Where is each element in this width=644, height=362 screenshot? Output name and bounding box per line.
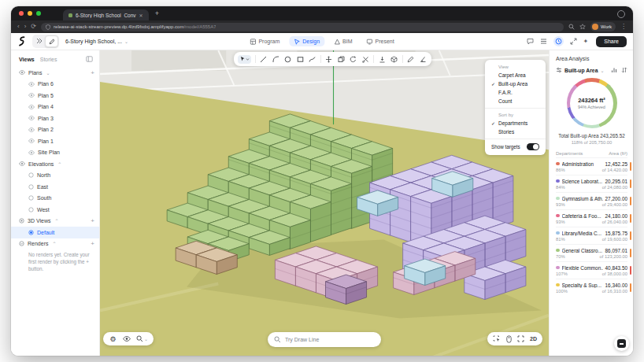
browser-profile-icon[interactable]	[617, 10, 625, 18]
menu-item-stories[interactable]: Stories	[485, 127, 546, 136]
orbit-mouse-icon[interactable]	[506, 335, 512, 343]
department-row[interactable]: Specialty & Sup...16,340.00 100%of 16,31…	[556, 279, 627, 296]
massing-model-3d-view[interactable]	[100, 50, 549, 356]
minimize-window-button[interactable]	[28, 11, 32, 16]
eye-icon[interactable]	[28, 105, 35, 109]
duplicate-tool[interactable]	[337, 55, 346, 64]
select-tool[interactable]	[238, 55, 251, 64]
menu-item-far[interactable]: F.A.R.	[485, 88, 546, 97]
eye-icon[interactable]	[28, 93, 35, 98]
view-circle-icon[interactable]	[28, 172, 34, 178]
department-row[interactable]: General Classro...86,097.01 70%of 123,20…	[556, 244, 627, 261]
menu-item-built-up-area[interactable]: ✓Built-up Area	[485, 79, 546, 88]
close-window-button[interactable]	[19, 11, 24, 16]
command-search-bar[interactable]: Try Draw Line	[268, 332, 381, 347]
sidebar-item-default-view[interactable]: Default	[11, 227, 99, 238]
rectangle-tool[interactable]	[296, 55, 305, 64]
department-row[interactable]: Gymnasium & Ath...27,200.00 93%of 29,400…	[556, 192, 627, 209]
frame-select-icon[interactable]	[493, 335, 501, 342]
sidebar-item-site-plan[interactable]: Site Plan	[11, 147, 99, 159]
toggle-2d-button[interactable]: 2D	[530, 336, 537, 342]
sidebar-item-east[interactable]: East	[11, 181, 99, 193]
url-field[interactable]: release-ai-stack-stream-preview.dp.4lzd9…	[41, 23, 564, 31]
history-icon[interactable]	[553, 36, 564, 46]
view-circle-icon[interactable]	[28, 195, 34, 201]
browser-profile-chip[interactable]: Work	[590, 22, 616, 31]
help-widget-button[interactable]	[614, 336, 629, 351]
metric-selector[interactable]: Built-up Area	[564, 68, 598, 73]
sidebar-section-3d-views[interactable]: 3D Views⌃ +	[11, 216, 99, 227]
eye-icon[interactable]	[19, 161, 25, 166]
forward-icon[interactable]: ›	[24, 24, 27, 30]
back-icon[interactable]: ‹	[17, 24, 20, 30]
view-circle-icon[interactable]	[19, 218, 24, 223]
share-button[interactable]: Share	[596, 36, 627, 47]
eye-icon[interactable]	[28, 82, 35, 87]
department-row[interactable]: Library/Media C...15,875.75 81%of 19,600…	[556, 227, 627, 244]
sidebar-item-plan-5[interactable]: Plan 5	[11, 90, 99, 102]
drop-tool[interactable]	[378, 55, 387, 64]
sidebar-item-plan-2[interactable]: Plan 2	[11, 124, 99, 136]
sidebar-section-plans[interactable]: Plans⌄ +	[11, 67, 99, 79]
tab-program[interactable]: Program	[245, 36, 284, 46]
pan-mode-button[interactable]	[33, 35, 45, 46]
eye-icon[interactable]	[28, 116, 35, 120]
gear-icon[interactable]: ⚙	[109, 334, 117, 343]
eye-icon[interactable]	[19, 70, 25, 75]
sidebar-item-west[interactable]: West	[11, 204, 99, 216]
eye-icon[interactable]	[28, 150, 35, 155]
browser-tab[interactable]: 6-Story High School_Conv ✕	[63, 9, 149, 20]
split-tool[interactable]	[361, 55, 370, 64]
department-row[interactable]: Science Laborat...20,295.01 84%of 24,080…	[556, 175, 627, 192]
pencil-tool[interactable]	[406, 55, 415, 64]
list-icon[interactable]	[540, 38, 547, 45]
move-tool[interactable]	[324, 55, 333, 64]
bookmark-star-icon[interactable]	[579, 24, 586, 30]
project-name[interactable]: 6-Story High School, ... ⌄	[65, 39, 128, 44]
menu-item-departments[interactable]: ✓Departments	[485, 119, 546, 127]
menu-item-carpet-area[interactable]: Carpet Area	[485, 71, 546, 79]
edit-mode-button[interactable]	[45, 35, 58, 47]
add-3d-view-button[interactable]: +	[91, 217, 94, 224]
eye-icon[interactable]	[28, 139, 35, 143]
arc-tool[interactable]	[272, 55, 280, 64]
tab-present[interactable]: Present	[361, 36, 398, 46]
fit-view-icon[interactable]	[517, 335, 524, 342]
maximize-window-button[interactable]	[36, 11, 41, 16]
expand-icon[interactable]	[570, 38, 577, 45]
sidebar-tab-stories[interactable]: Stories	[40, 57, 57, 62]
sidebar-item-plan-6[interactable]: Plan 6	[11, 79, 99, 90]
reload-icon[interactable]: ⟳	[31, 24, 36, 30]
menu-item-count[interactable]: Count	[485, 97, 546, 105]
sidebar-section-elevations[interactable]: Elevations⌃	[11, 158, 99, 170]
view-circle-icon[interactable]	[28, 230, 34, 235]
eye-icon[interactable]	[28, 127, 35, 132]
zoom-control[interactable]: ⌄	[136, 335, 148, 342]
line-tool[interactable]	[259, 55, 268, 64]
add-render-button[interactable]: +	[91, 240, 94, 247]
sort-icon[interactable]	[621, 67, 627, 73]
measure-tool[interactable]	[419, 55, 427, 64]
pen-tool[interactable]	[308, 55, 316, 64]
view-circle-icon[interactable]	[28, 207, 34, 212]
sidebar-item-plan-3[interactable]: Plan 3	[11, 113, 99, 124]
department-row[interactable]: Cafeteria & Foo...24,180.00 93%of 26,040…	[556, 209, 627, 227]
sidebar-item-plan-1[interactable]: Plan 1	[11, 135, 99, 147]
sidebar-section-renders[interactable]: Renders⌃ +	[11, 238, 99, 250]
sidebar-item-plan-4[interactable]: Plan 4	[11, 102, 99, 113]
sidebar-tab-views[interactable]: Views	[19, 57, 35, 62]
new-tab-button[interactable]: +	[155, 9, 159, 17]
tab-bim[interactable]: BIM	[329, 36, 357, 46]
tab-design[interactable]: Design	[289, 36, 324, 46]
close-tab-icon[interactable]: ✕	[139, 13, 143, 18]
show-targets-toggle[interactable]	[527, 143, 539, 150]
add-plan-button[interactable]: +	[91, 69, 94, 76]
collapse-panel-icon[interactable]	[86, 56, 93, 62]
search-icon[interactable]	[568, 24, 575, 30]
chart-icon[interactable]	[611, 67, 617, 73]
circle-tool[interactable]	[283, 55, 292, 64]
box-tool[interactable]	[390, 55, 398, 64]
comments-icon[interactable]	[527, 38, 534, 45]
department-row[interactable]: Flexible Common...40,843.50 107%of 38,00…	[556, 261, 627, 279]
sidebar-item-north[interactable]: North	[11, 170, 99, 182]
